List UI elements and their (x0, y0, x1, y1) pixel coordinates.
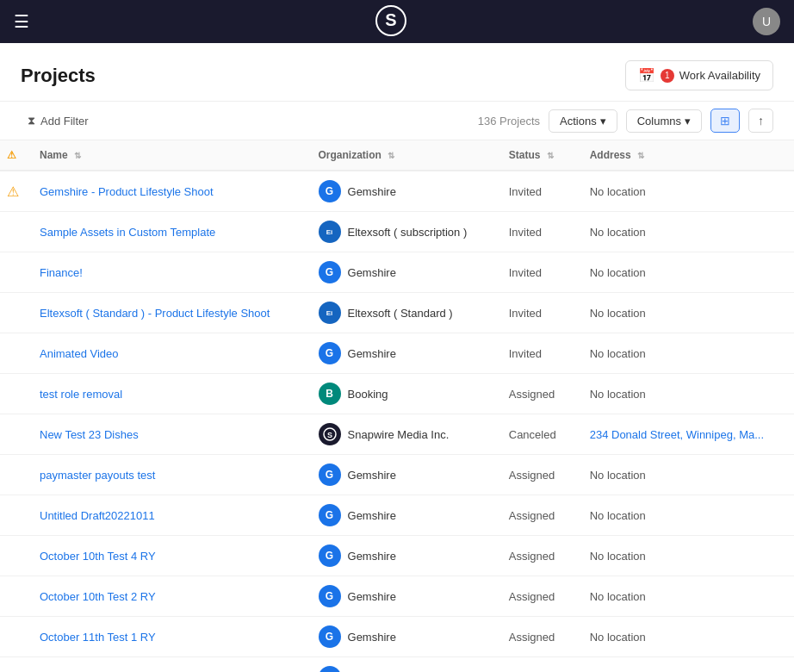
col-header-status[interactable]: Status ⇅ (495, 140, 576, 171)
page-title: Projects (21, 65, 96, 87)
address-link[interactable]: 234 Donald Street, Winnipeg, Ma... (590, 428, 764, 441)
add-filter-button[interactable]: ⧗ Add Filter (21, 110, 96, 131)
project-name-link[interactable]: Untitled Draft20221011 (40, 509, 155, 522)
name-cell: Untitled Draft20221011 (26, 495, 305, 536)
address-text: No location (590, 590, 646, 603)
col-header-name[interactable]: Name ⇅ (26, 140, 305, 171)
address-text: No location (590, 509, 646, 522)
status-badge: Invited (509, 347, 542, 360)
col-header-address[interactable]: Address ⇅ (576, 140, 794, 171)
org-cell: GGemshire (305, 495, 495, 536)
table-row: October 10th Test 2 RYGGemshireAssignedN… (0, 576, 794, 617)
col-status-label: Status (509, 149, 541, 161)
org-name-label: Gemshire (348, 590, 396, 603)
address-cell: No location (576, 374, 794, 414)
export-icon: ↑ (758, 114, 764, 128)
org-cell: GGemshire (305, 455, 495, 495)
warning-cell (0, 293, 26, 333)
status-badge: Assigned (509, 388, 555, 401)
status-cell: Assigned (495, 657, 576, 673)
columns-chevron-icon: ▾ (685, 115, 691, 128)
status-cell: Invited (495, 333, 576, 374)
project-name-link[interactable]: paymaster payouts test (40, 469, 155, 482)
address-text: No location (590, 226, 646, 239)
warning-cell (0, 576, 26, 617)
actions-label: Actions (560, 115, 597, 128)
name-cell: Gemshire - Product Lifestyle Shoot (26, 171, 305, 212)
project-name-link[interactable]: Gemshire - Product Lifestyle Shoot (40, 185, 214, 198)
org-name-label: Snapwire Media Inc. (348, 428, 450, 441)
org-avatar: Ei (319, 302, 341, 324)
project-name-link[interactable]: Animated Video (40, 347, 119, 360)
project-name-link[interactable]: Finance! (40, 266, 83, 279)
project-name-link[interactable]: Eltexsoft ( Standard ) - Product Lifesty… (40, 307, 270, 320)
org-name-label: Gemshire (348, 266, 396, 279)
status-cell: Invited (495, 212, 576, 252)
address-cell: No location (576, 576, 794, 617)
project-name-link[interactable]: October 10th Test 4 RY (40, 550, 156, 563)
name-cell: New Test 23 Dishes (26, 414, 305, 455)
address-cell: No location (576, 536, 794, 576)
address-text: No location (590, 266, 646, 279)
org-name-label: Gemshire (348, 509, 396, 522)
logo-icon: S (375, 5, 406, 36)
filter-icon: ⧗ (28, 114, 35, 128)
work-availability-badge: 1 (661, 69, 674, 83)
work-availability-button[interactable]: 📅 1 Work Availability (625, 60, 773, 90)
grid-view-button[interactable]: ⊞ (710, 109, 740, 133)
work-availability-label: Work Availability (679, 69, 760, 82)
export-button[interactable]: ↑ (748, 109, 773, 133)
warning-cell (0, 455, 26, 495)
top-navigation: ☰ S U (0, 0, 794, 43)
org-cell: GGemshire (305, 171, 495, 212)
col-org-label: Organization (319, 149, 381, 161)
project-name-link[interactable]: October 11th Test 1 RY (40, 631, 156, 644)
warning-cell (0, 252, 26, 293)
columns-button[interactable]: Columns ▾ (626, 109, 702, 133)
name-cell: October 11th Test 1 RY (26, 617, 305, 657)
status-cell: Assigned (495, 495, 576, 536)
org-avatar: G (319, 625, 341, 648)
status-badge: Assigned (509, 631, 555, 644)
add-filter-label: Add Filter (40, 115, 89, 128)
warning-cell (0, 657, 26, 673)
name-cell: Sample Assets in Custom Template (26, 212, 305, 252)
project-name-link[interactable]: test role removal (40, 388, 122, 401)
org-name-label: Eltexsoft ( subscription ) (348, 226, 468, 239)
table-header-row: ⚠ Name ⇅ Organization ⇅ Status ⇅ (0, 140, 794, 171)
org-cell: EiEltexsoft ( subscription ) (305, 212, 495, 252)
org-cell: GGemshire (305, 576, 495, 617)
status-cell: Invited (495, 293, 576, 333)
address-text: No location (590, 347, 646, 360)
org-avatar: G (319, 504, 341, 526)
page-header: Projects 📅 1 Work Availability (0, 43, 794, 101)
projects-table: ⚠ Name ⇅ Organization ⇅ Status ⇅ (0, 140, 794, 672)
status-badge: Invited (509, 185, 542, 198)
actions-button[interactable]: Actions ▾ (549, 109, 617, 133)
hamburger-menu[interactable]: ☰ (14, 11, 29, 32)
status-badge: Assigned (509, 469, 555, 482)
name-cell: Finance! (26, 252, 305, 293)
table-row: Animated VideoGGemshireInvitedNo locatio… (0, 333, 794, 374)
avatar[interactable]: U (753, 8, 780, 35)
warning-cell (0, 414, 26, 455)
address-cell: No location (576, 455, 794, 495)
warning-cell (0, 333, 26, 374)
status-badge: Assigned (509, 509, 555, 522)
org-avatar: G (319, 666, 341, 672)
org-cell: EiEltexsoft ( Standard ) (305, 293, 495, 333)
org-sort-icon: ⇅ (388, 151, 394, 160)
warning-cell (0, 617, 26, 657)
name-cell: test role removal (26, 374, 305, 414)
address-cell: No location (576, 333, 794, 374)
project-name-link[interactable]: New Test 23 Dishes (40, 428, 139, 441)
table-row: October 10th Test 4 RYGGemshireAssignedN… (0, 536, 794, 576)
project-name-link[interactable]: October 10th Test 2 RY (40, 590, 156, 603)
status-cell: Assigned (495, 455, 576, 495)
address-text: No location (590, 185, 646, 198)
project-name-link[interactable]: Sample Assets in Custom Template (40, 226, 215, 239)
address-text: No location (590, 388, 646, 401)
org-name-label: Eltexsoft ( Standard ) (348, 307, 453, 320)
address-sort-icon: ⇅ (637, 151, 644, 160)
col-header-organization[interactable]: Organization ⇅ (305, 140, 495, 171)
